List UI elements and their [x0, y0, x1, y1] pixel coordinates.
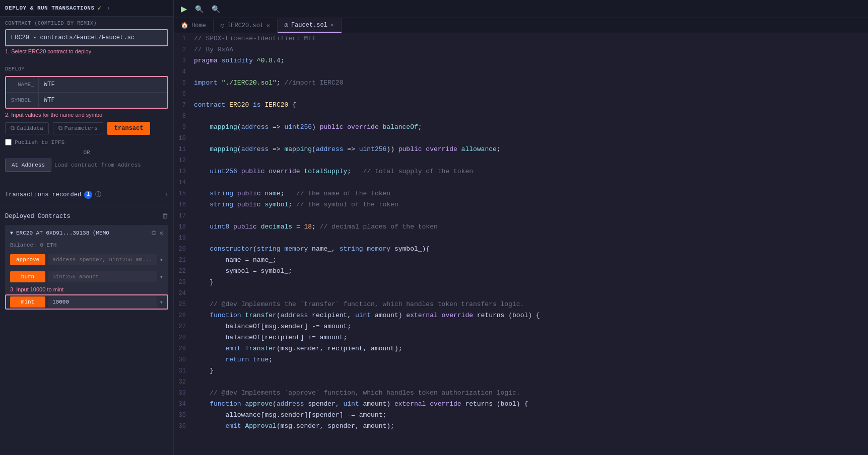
line-number: 30	[174, 354, 194, 365]
contract-item-name: ERC20 AT 0XD91...39138 (MEMO	[16, 230, 149, 236]
panel-title: DEPLOY & RUN TRANSACTIONS	[5, 5, 95, 11]
line-number: 21	[174, 255, 194, 266]
run-button[interactable]: ▶	[178, 2, 190, 16]
trash-icon[interactable]: 🗑	[162, 212, 168, 220]
annotation-2: 2. Input values for the name and symbol	[5, 112, 168, 118]
at-address-button[interactable]: At Address	[5, 159, 51, 172]
code-line: 27 balanceOf[msg.sender] -= amount;	[174, 321, 868, 332]
symbol-field-input[interactable]	[39, 93, 167, 108]
code-line: 32	[174, 376, 868, 388]
contract-item-header: ▼ ERC20 AT 0XD91...39138 (MEMO ⧉ ✕	[5, 225, 168, 241]
line-content: symbol = symbol_;	[194, 266, 292, 277]
line-content	[194, 376, 198, 388]
tab-faucet-label: Faucet.sol	[291, 22, 327, 29]
line-number: 19	[174, 233, 194, 244]
parameters-button[interactable]: ⧉ Parameters	[53, 122, 103, 134]
line-content: mapping(address => uint256) public overr…	[194, 122, 422, 133]
right-panel: ▶ 🔍 🔍 🏠 Home ◎ IERC20.sol ✕ ◎ Faucet.sol…	[174, 0, 868, 455]
name-field-label: NAME_	[6, 78, 39, 92]
line-number: 27	[174, 321, 194, 332]
code-line: 11 mapping(address => mapping(address =>…	[174, 144, 868, 155]
transact-button[interactable]: transact	[107, 122, 151, 135]
tab-faucet[interactable]: ◎ Faucet.sol ✕	[278, 18, 342, 33]
contract-select-wrapper: ERC20 - contracts/Faucet/Faucet.sc	[5, 29, 168, 46]
line-number: 14	[174, 177, 194, 188]
code-line: 5import "./IERC20.sol"; //import IERC20	[174, 78, 868, 89]
annotation-1: 1. Select ERC20 contract to deploy	[5, 48, 168, 54]
contract-copy-icon[interactable]: ⧉	[152, 230, 156, 237]
approve-button[interactable]: approve	[10, 254, 45, 265]
symbol-field-label: SYMBOL_	[6, 93, 39, 107]
code-line: 22 symbol = symbol_;	[174, 266, 868, 277]
code-area: 1// SPDX-License-Identifier: MIT2// By 0…	[174, 33, 868, 455]
line-number: 33	[174, 388, 194, 399]
approve-dropdown-icon[interactable]: ▾	[160, 256, 163, 264]
zoom-in-button[interactable]: 🔍	[192, 3, 207, 15]
line-number: 3	[174, 55, 194, 66]
line-content	[194, 89, 198, 100]
line-content	[194, 111, 198, 122]
load-address-button[interactable]: Load contract from Address	[54, 159, 141, 171]
transactions-title: Transactions recorded	[5, 191, 81, 198]
calldata-button[interactable]: ⧉ Calldata	[5, 122, 49, 134]
mint-input[interactable]	[48, 296, 157, 308]
line-content: pragma solidity ^0.8.4;	[194, 55, 284, 66]
code-line: 6	[174, 89, 868, 100]
burn-input[interactable]	[48, 271, 157, 282]
approve-input[interactable]	[48, 254, 157, 265]
line-number: 13	[174, 166, 194, 177]
code-line: 7contract ERC20 is IERC20 {	[174, 100, 868, 111]
contract-item: ▼ ERC20 AT 0XD91...39138 (MEMO ⧉ ✕ Balan…	[5, 225, 168, 310]
name-field-input[interactable]	[39, 77, 167, 92]
panel-header: DEPLOY & RUN TRANSACTIONS ✓ ›	[0, 0, 173, 17]
transactions-header[interactable]: Transactions recorded 1 ⓘ ›	[0, 185, 173, 204]
code-line: 1// SPDX-License-Identifier: MIT	[174, 33, 868, 44]
deploy-label: DEPLOY	[5, 66, 168, 72]
faucet-tab-close-icon[interactable]: ✕	[330, 22, 334, 28]
contract-select[interactable]: ERC20 - contracts/Faucet/Faucet.sc	[6, 30, 167, 45]
ierc20-tab-icon: ◎	[221, 22, 224, 29]
form-row-name: NAME_	[6, 77, 167, 93]
publish-checkbox[interactable]	[5, 139, 12, 145]
burn-button[interactable]: burn	[10, 271, 45, 282]
mint-button[interactable]: mint	[10, 296, 45, 308]
contract-section: CONTRACT (Compiled by Remix) ERC20 - con…	[0, 17, 173, 62]
line-content: string public name; // the name of the t…	[194, 188, 390, 199]
code-line: 29 emit Transfer(msg.sender, recipient, …	[174, 343, 868, 354]
line-number: 16	[174, 199, 194, 210]
home-icon: 🏠	[181, 22, 188, 29]
line-content	[194, 66, 198, 78]
transactions-badge: 1	[84, 191, 92, 199]
line-content: allowance[msg.sender][spender] -= amount…	[194, 410, 386, 421]
contract-expand-icon[interactable]: ▼	[10, 231, 13, 236]
line-content: function approve(address spender, uint a…	[194, 399, 528, 410]
line-number: 11	[174, 144, 194, 155]
contract-close-icon[interactable]: ✕	[159, 229, 163, 237]
mint-dropdown-icon[interactable]: ▾	[160, 298, 163, 306]
code-line: 28 balanceOf[recipient] += amount;	[174, 332, 868, 343]
deployed-section: Deployed Contracts 🗑 ▼ ERC20 AT 0XD91...…	[0, 208, 173, 318]
tab-ierc20[interactable]: ◎ IERC20.sol ✕	[214, 19, 278, 32]
line-number: 29	[174, 343, 194, 354]
params-icon: ⧉	[58, 125, 62, 131]
publish-label: Publish to IPFS	[15, 139, 64, 145]
code-line: 31 }	[174, 365, 868, 376]
line-content	[194, 288, 198, 299]
code-line: 20 constructor(string memory name_, stri…	[174, 244, 868, 255]
line-number: 7	[174, 100, 194, 111]
burn-dropdown-icon[interactable]: ▾	[160, 273, 163, 281]
tab-home-label: Home	[191, 22, 206, 29]
code-line: 3pragma solidity ^0.8.4;	[174, 55, 868, 66]
contract-label: CONTRACT (Compiled by Remix)	[5, 21, 168, 26]
copy-small-icon: ⧉	[11, 125, 15, 131]
zoom-out-button[interactable]: 🔍	[209, 3, 223, 15]
line-number: 6	[174, 89, 194, 100]
code-line: 24	[174, 288, 868, 299]
left-panel: DEPLOY & RUN TRANSACTIONS ✓ › CONTRACT (…	[0, 0, 174, 455]
ierc20-tab-close-icon[interactable]: ✕	[266, 22, 270, 29]
tab-home[interactable]: 🏠 Home	[174, 19, 214, 32]
mint-fn-row: mint ▾	[5, 294, 168, 310]
code-line: 19	[174, 233, 868, 244]
code-line: 4	[174, 66, 868, 78]
check-icon: ✓	[98, 4, 102, 12]
